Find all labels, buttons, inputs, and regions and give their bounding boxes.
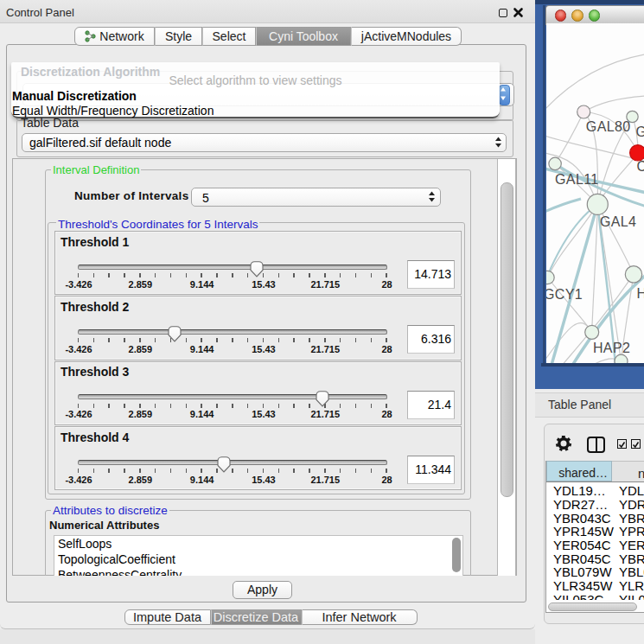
svg-text:GA: GA <box>635 124 644 139</box>
svg-text:HAP2: HAP2 <box>592 341 629 355</box>
svg-text:GAL11: GAL11 <box>555 172 599 187</box>
svg-text:H: H <box>636 286 644 301</box>
svg-text:GAL80: GAL80 <box>585 119 630 134</box>
svg-text:GCY1: GCY1 <box>546 287 583 302</box>
svg-text:C: C <box>636 159 644 174</box>
svg-text:GAL4: GAL4 <box>599 214 636 229</box>
